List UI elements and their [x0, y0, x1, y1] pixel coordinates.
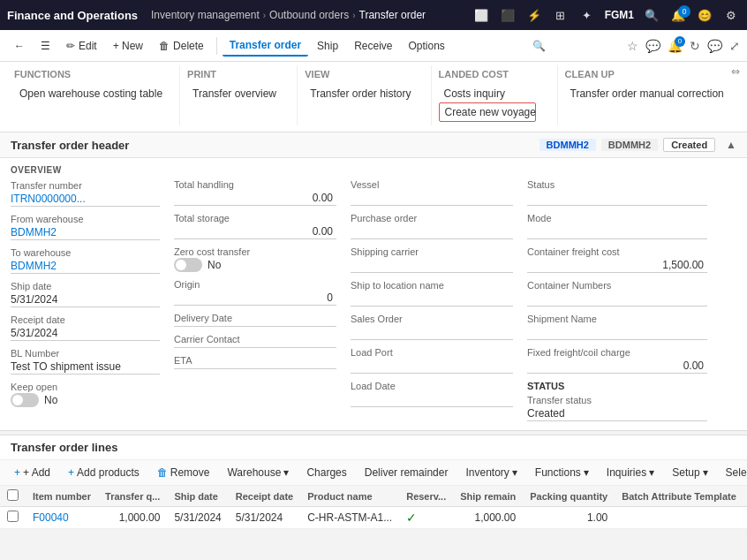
pin-button[interactable]: ☰ — [34, 36, 57, 56]
dropdown-item-costs-inquiry[interactable]: Costs inquiry — [439, 85, 536, 102]
add-products-button[interactable]: + Add products — [61, 464, 147, 481]
bl-number-value[interactable]: Test TO shipment issue — [11, 359, 160, 375]
delete-button[interactable]: 🗑 Delete — [152, 36, 211, 56]
keep-open-toggle[interactable] — [11, 393, 39, 407]
zero-cost-toggle[interactable] — [174, 258, 202, 272]
field-ship-to-location: Ship to location name — [351, 280, 513, 306]
to-warehouse-value[interactable]: BDMMH2 — [11, 259, 160, 274]
from-warehouse-value[interactable]: BDMMH2 — [11, 225, 160, 240]
comment-icon[interactable]: 💬 — [645, 39, 660, 53]
lightning-icon[interactable]: ⚡ — [525, 9, 543, 22]
functions-button[interactable]: Functions ▾ — [528, 464, 596, 481]
field-fixed-freight: Fixed freight/coil charge 0.00 — [527, 347, 707, 374]
row-checkbox-cell[interactable] — [0, 507, 26, 529]
reserved-checkmark: ✓ — [406, 511, 417, 525]
deliver-remainder-button[interactable]: Deliver remainder — [358, 464, 456, 481]
tablet-icon[interactable]: ⬛ — [499, 9, 517, 22]
warehouse-button[interactable]: Warehouse ▾ — [220, 464, 296, 481]
fixed-freight-label: Fixed freight/coil charge — [527, 347, 707, 358]
search-action-icon[interactable]: 🔍 — [532, 40, 546, 52]
form-col-overview: OVERVIEW Transfer number ITRN0000000... … — [11, 165, 174, 421]
top-bar: Finance and Operations Inventory managem… — [0, 0, 747, 30]
add-icon: + — [14, 466, 20, 479]
load-port-value[interactable] — [351, 359, 513, 374]
charges-button[interactable]: Charges — [299, 464, 353, 481]
breadcrumb-outbound[interactable]: Outbound orders — [269, 9, 349, 21]
setup-button[interactable]: Setup ▾ — [665, 464, 714, 481]
status-label: Status — [527, 179, 707, 190]
select-serial-button[interactable]: Select serial number — [719, 464, 747, 481]
tab-options[interactable]: Options — [402, 36, 452, 56]
field-purchase-order: Purchase order — [351, 213, 513, 239]
delivery-date-value[interactable] — [174, 324, 336, 327]
origin-label: Origin — [174, 279, 336, 290]
shipment-name-value[interactable] — [527, 325, 707, 340]
field-transfer-number: Transfer number ITRN0000000... — [11, 180, 160, 207]
expand-icon[interactable]: ⤢ — [729, 39, 740, 53]
container-numbers-value[interactable] — [527, 291, 707, 306]
search-icon[interactable]: 🔍 — [643, 9, 660, 22]
keep-open-label: Keep open — [11, 382, 160, 392]
face-icon[interactable]: 😊 — [696, 9, 713, 22]
vessel-value[interactable] — [351, 191, 513, 206]
tab-transfer-order[interactable]: Transfer order — [223, 35, 308, 57]
lines-table: Item number Transfer q... Ship date Rece… — [0, 486, 747, 529]
grid-icon[interactable]: ⊞ — [552, 9, 570, 22]
row-more[interactable]: ⋮ — [743, 507, 747, 529]
col-packing-qty: Packing quantity — [523, 486, 615, 507]
select-all-checkbox[interactable] — [7, 489, 19, 501]
collapse-icon[interactable]: ⇔ — [731, 65, 740, 78]
favorite-icon[interactable]: ☆ — [627, 39, 638, 53]
fixed-freight-value[interactable]: 0.00 — [527, 359, 707, 374]
status-value[interactable] — [527, 191, 707, 206]
chat-icon[interactable]: 💬 — [707, 39, 722, 53]
breadcrumb-inventory[interactable]: Inventory management — [151, 9, 260, 21]
total-handling-value[interactable]: 0.00 — [174, 191, 336, 206]
mode-value[interactable] — [527, 224, 707, 239]
tag-created: Created — [663, 138, 715, 152]
transfer-number-value[interactable]: ITRN0000000... — [11, 192, 160, 207]
settings-icon[interactable]: ⚙ — [722, 9, 740, 22]
purchase-order-value[interactable] — [351, 224, 513, 239]
dropdown-item-warehouse-costing[interactable]: Open warehouse costing table — [14, 85, 158, 102]
carrier-contact-value[interactable] — [174, 345, 336, 348]
remove-button[interactable]: 🗑 Remove — [150, 464, 217, 481]
notif-wrapper[interactable]: 🔔 0 — [669, 9, 687, 22]
load-date-value[interactable] — [351, 392, 513, 407]
refresh-icon[interactable]: ↻ — [690, 39, 700, 53]
dropdown-item-transfer-overview[interactable]: Transfer overview — [187, 85, 275, 102]
sales-order-value[interactable] — [351, 325, 513, 340]
table-row[interactable]: F00040 1,000.00 5/31/2024 5/31/2024 C-HR… — [0, 507, 747, 529]
dropdown-item-create-voyage[interactable]: Create new voyage — [439, 102, 536, 122]
col-receipt-date: Receipt date — [229, 486, 300, 507]
notif2-icon[interactable]: 🔔0 — [668, 39, 683, 53]
origin-value[interactable]: 0 — [174, 291, 336, 306]
sparkle-icon[interactable]: ✦ — [578, 9, 596, 22]
add-button[interactable]: + + Add — [7, 464, 57, 481]
total-storage-value[interactable]: 0.00 — [174, 224, 336, 239]
new-button[interactable]: + New — [106, 36, 150, 56]
edit-button[interactable]: ✏ Edit — [59, 36, 104, 56]
container-freight-value[interactable]: 1,500.00 — [527, 258, 707, 273]
window-icon[interactable]: ⬜ — [472, 9, 490, 22]
ship-to-location-value[interactable] — [351, 291, 513, 306]
dropdown-item-transfer-history[interactable]: Transfer order history — [305, 85, 409, 102]
inquiries-button[interactable]: Inquiries ▾ — [600, 464, 661, 481]
breadcrumb-transfer[interactable]: Transfer order — [359, 9, 426, 21]
shipping-carrier-value[interactable] — [351, 258, 513, 273]
dropdown-item-manual-correction[interactable]: Transfer order manual correction — [565, 85, 720, 102]
tab-ship[interactable]: Ship — [310, 36, 345, 56]
dropdown-columns: Functions Open warehouse costing table P… — [0, 65, 747, 125]
receipt-date-value[interactable]: 5/31/2024 — [11, 326, 160, 341]
eta-value[interactable] — [174, 367, 336, 369]
back-button[interactable]: ← — [7, 36, 32, 56]
setup-chevron: ▾ — [703, 466, 708, 479]
field-keep-open: Keep open No — [11, 382, 160, 407]
row-checkbox[interactable] — [7, 511, 19, 522]
chevron-up-icon[interactable]: ▲ — [726, 139, 736, 151]
ship-date-value[interactable]: 5/31/2024 — [11, 292, 160, 307]
receipt-date-label: Receipt date — [11, 314, 160, 325]
overview-label: OVERVIEW — [11, 165, 160, 175]
inventory-button[interactable]: Inventory ▾ — [458, 464, 524, 481]
tab-receive[interactable]: Receive — [347, 36, 399, 56]
